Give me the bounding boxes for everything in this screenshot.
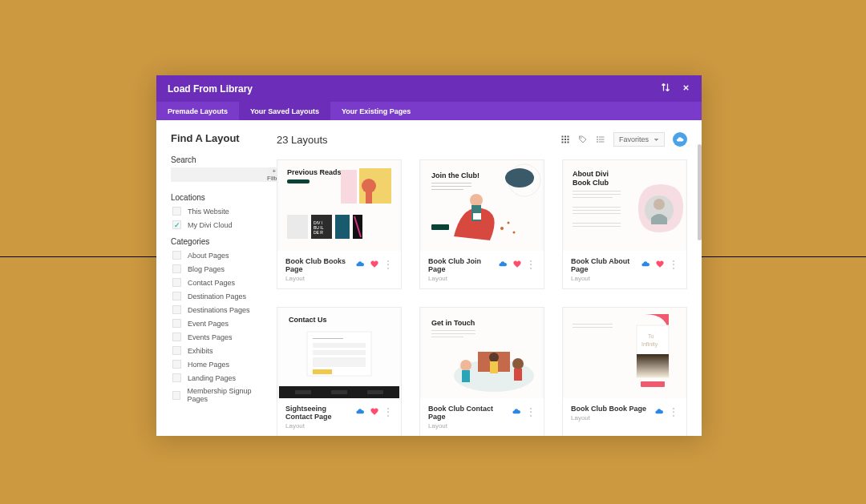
category-item[interactable]: About Pages (171, 251, 269, 260)
layout-card[interactable]: ToInfinity Book Club Book Page Layout ⋮ (562, 307, 687, 436)
svg-rect-71 (431, 330, 475, 331)
layout-title: Book Club Book Page (571, 405, 654, 413)
layout-card[interactable]: Join the Club! Book Club Join Page Layou… (419, 159, 544, 289)
more-icon[interactable]: ⋮ (526, 262, 536, 267)
svg-point-78 (489, 353, 499, 362)
tab-premade-layouts[interactable]: Premade Layouts (156, 102, 239, 120)
sort-toggle-icon[interactable] (661, 83, 670, 95)
svg-rect-2 (568, 136, 569, 138)
svg-rect-38 (473, 213, 481, 220)
location-this-website[interactable]: This Website (171, 207, 269, 216)
location-my-divi-cloud[interactable]: My Divi Cloud (171, 220, 269, 229)
filter-button[interactable]: + Filter (267, 167, 277, 182)
cloud-icon[interactable] (654, 405, 665, 419)
category-item[interactable]: Exhibits (171, 346, 269, 355)
tab-bar: Premade Layouts Your Saved Layouts Your … (156, 102, 702, 120)
layout-thumbnail: Previous ReadsDIV IBU ILDE R (277, 160, 401, 251)
heart-icon[interactable] (512, 257, 522, 272)
more-icon[interactable]: ⋮ (669, 262, 678, 267)
cloud-icon[interactable] (511, 405, 522, 419)
layout-card[interactable]: About DiviBook Club Book Club About Page… (562, 159, 687, 289)
search-input[interactable] (171, 167, 267, 182)
sidebar: Find A Layout Search + Filter Locations … (156, 120, 277, 436)
checkbox-icon (172, 264, 181, 273)
layout-subtitle: Layout (285, 275, 354, 282)
cloud-icon[interactable] (497, 257, 508, 272)
svg-rect-61 (313, 343, 366, 348)
category-item[interactable]: Destinations Pages (171, 305, 269, 314)
cloud-icon[interactable] (640, 257, 651, 272)
category-item[interactable]: Home Pages (171, 360, 269, 369)
checkbox-label: About Pages (188, 252, 229, 260)
more-icon[interactable]: ⋮ (669, 409, 678, 414)
layout-subtitle: Layout (428, 422, 511, 429)
more-icon[interactable]: ⋮ (526, 409, 536, 414)
scrollbar[interactable] (698, 144, 702, 240)
svg-rect-7 (565, 142, 566, 143)
checkbox-icon (172, 360, 181, 369)
svg-point-14 (597, 139, 598, 140)
svg-rect-48 (573, 194, 621, 195)
checkbox-icon (172, 292, 181, 300)
cloud-account-badge[interactable] (673, 132, 687, 147)
checkbox-label: Events Pages (188, 333, 233, 341)
layout-card[interactable]: Get in Touch Book Club Contact Page Layo… (419, 307, 544, 436)
svg-rect-22 (341, 170, 357, 204)
svg-rect-89 (641, 381, 665, 387)
cloud-icon[interactable] (354, 257, 366, 272)
tag-view-icon[interactable] (578, 135, 588, 144)
tab-existing-pages[interactable]: Your Existing Pages (330, 102, 422, 120)
svg-rect-0 (562, 136, 564, 138)
svg-text:To: To (648, 333, 654, 339)
category-item[interactable]: Event Pages (171, 319, 269, 328)
svg-rect-34 (431, 189, 463, 190)
svg-point-41 (500, 227, 504, 230)
more-icon[interactable]: ⋮ (383, 409, 393, 414)
heart-icon[interactable] (370, 405, 379, 419)
category-item[interactable]: Destination Pages (171, 292, 269, 300)
modal-header: Load From Library (156, 75, 702, 102)
svg-text:Previous Reads: Previous Reads (287, 168, 342, 176)
main-panel: 23 Layouts Favorites (277, 120, 702, 436)
svg-rect-51 (573, 210, 621, 211)
svg-text:Infinity: Infinity (641, 341, 658, 348)
category-item[interactable]: Membership Signup Pages (171, 387, 269, 403)
cloud-icon[interactable] (354, 405, 366, 419)
library-modal: Load From Library Premade Layouts Your S… (156, 75, 702, 436)
layout-title: Book Club About Page (571, 257, 640, 273)
svg-point-40 (505, 168, 534, 187)
svg-text:About Divi: About Divi (573, 170, 609, 178)
svg-rect-54 (573, 226, 621, 227)
svg-text:Get in Touch: Get in Touch (431, 319, 475, 327)
category-item[interactable]: Blog Pages (171, 264, 269, 273)
heart-icon[interactable] (655, 257, 665, 272)
layout-subtitle: Layout (571, 275, 640, 282)
svg-rect-66 (295, 390, 311, 394)
layout-subtitle: Layout (428, 275, 497, 282)
more-icon[interactable]: ⋮ (383, 262, 393, 267)
svg-point-13 (597, 137, 598, 138)
category-item[interactable]: Landing Pages (171, 373, 269, 382)
checkbox-label: Event Pages (188, 320, 229, 328)
checkbox-label: Landing Pages (188, 374, 236, 382)
svg-rect-62 (313, 350, 366, 355)
grid-view-icon[interactable] (560, 135, 570, 144)
checkbox-icon (172, 207, 181, 216)
checkbox-icon (172, 278, 181, 287)
heart-icon[interactable] (370, 257, 379, 272)
category-item[interactable]: Contact Pages (171, 278, 269, 287)
layout-card[interactable]: Contact Us Sightseeing Contact Page Layo… (277, 307, 402, 436)
search-label: Search (171, 155, 269, 164)
tab-saved-layouts[interactable]: Your Saved Layouts (239, 102, 330, 120)
close-icon[interactable] (682, 83, 690, 95)
category-item[interactable]: Events Pages (171, 333, 269, 341)
svg-point-20 (362, 179, 376, 193)
sort-select[interactable]: Favorites (613, 132, 665, 147)
svg-rect-4 (565, 139, 566, 140)
checkbox-label: Destinations Pages (188, 306, 250, 314)
svg-text:Join the Club!: Join the Club! (431, 171, 480, 179)
layout-card[interactable]: Previous ReadsDIV IBU ILDE R Book Club B… (277, 159, 402, 289)
svg-text:Book Club: Book Club (573, 179, 609, 187)
checkbox-icon (172, 319, 181, 328)
list-view-icon[interactable] (596, 135, 605, 144)
